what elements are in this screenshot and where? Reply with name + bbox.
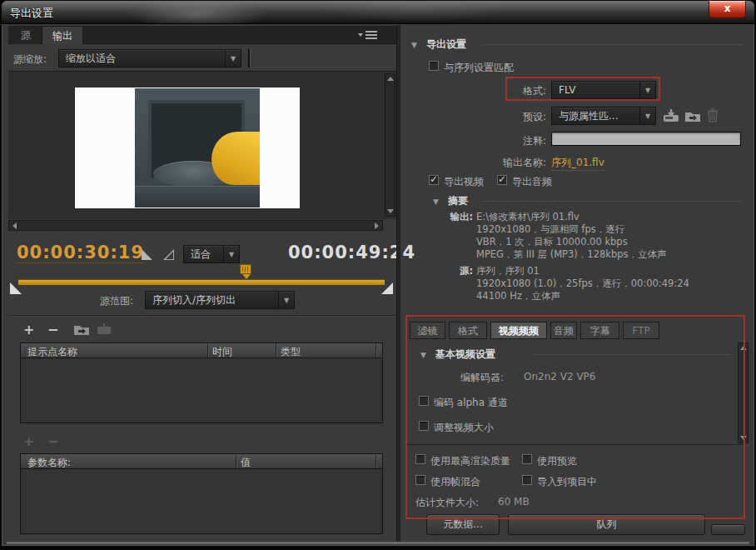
- export-video-checkbox[interactable]: ✓: [429, 175, 439, 185]
- scroll-up-icon[interactable]: [740, 346, 747, 350]
- subpanel-scrollbar[interactable]: [738, 342, 749, 443]
- summary-source-line: 序列，序列 01: [476, 265, 540, 278]
- tab-format[interactable]: 格式: [449, 322, 487, 339]
- video-frame: [75, 88, 300, 208]
- encode-alpha-checkbox[interactable]: [419, 396, 429, 406]
- summary-output-line: E:\修改素材\序列 01.flv: [476, 211, 579, 223]
- queue-button[interactable]: 队列: [508, 514, 705, 535]
- video-settings-subpanel: ▼ 基本视频设置 编解码器: On2n2 V2 VP6 编码 alpha 通道 …: [405, 341, 745, 445]
- zoom-level-dropdown[interactable]: 适合 ▼: [183, 245, 240, 263]
- close-button[interactable]: x: [709, 1, 746, 18]
- tab-audio[interactable]: 音频: [550, 322, 577, 339]
- scroll-down-icon[interactable]: [740, 436, 747, 440]
- chevron-down-icon[interactable]: ▼: [278, 292, 294, 308]
- export-settings-dialog: 导出设置 x 源 输出 源缩放: 缩放以适合 ▼: [1, 0, 755, 547]
- format-label: 格式:: [500, 84, 546, 98]
- export-video-label: 导出视频: [444, 175, 484, 189]
- frame-blend-label: 使用帧混合: [430, 475, 480, 489]
- comment-label: 注释:: [500, 134, 546, 148]
- tab-captions[interactable]: 字幕: [580, 322, 619, 339]
- left-tab-bar: 源 输出: [8, 26, 396, 44]
- delete-preset-icon[interactable]: [707, 108, 724, 123]
- divider: [481, 44, 743, 45]
- summary-source-label: 源:: [433, 265, 473, 278]
- import-preset-icon[interactable]: [684, 108, 701, 123]
- current-timecode[interactable]: 00:00:30:19: [17, 242, 144, 263]
- import-cue-points-icon[interactable]: [73, 322, 90, 338]
- scroll-down-icon[interactable]: [387, 209, 394, 213]
- panel-menu-icon[interactable]: [358, 28, 381, 42]
- save-preset-icon[interactable]: [663, 108, 679, 123]
- export-settings-header: 导出设置: [426, 38, 466, 52]
- file-size-label: 估计文件大小:: [415, 496, 479, 510]
- export-audio-label: 导出音频: [512, 175, 552, 189]
- timeline-out-handle[interactable]: [381, 282, 393, 294]
- tab-source[interactable]: 源: [12, 26, 40, 44]
- divider: [532, 354, 730, 355]
- screenshot-stage: 导出设置 x 源 输出 源缩放: 缩放以适合 ▼: [0, 0, 756, 550]
- export-audio-checkbox[interactable]: ✓: [497, 175, 507, 185]
- summary-output-line: MPEG，第 III 层 (MP3)，128kbps，立体声: [476, 248, 667, 261]
- add-cue-point-button[interactable]: +: [23, 322, 34, 338]
- title-bar[interactable]: 导出设置: [2, 1, 754, 24]
- frame-blend-checkbox[interactable]: [415, 475, 425, 485]
- yellow-bowl: [211, 132, 260, 185]
- chevron-down-icon[interactable]: ▼: [639, 82, 655, 98]
- source-range-dropdown[interactable]: 序列切入/序列切出 ▼: [145, 291, 295, 309]
- col-cue-name: 提示点名称: [27, 345, 77, 359]
- col-param-name: 参数名称:: [27, 456, 71, 470]
- metadata-button[interactable]: 元数据...: [426, 514, 500, 535]
- summary-output-line: VBR，1 次，目标 10000.00 kbps: [476, 236, 628, 248]
- max-render-quality-checkbox[interactable]: [415, 454, 425, 464]
- source-scaling-dropdown[interactable]: 缩放以适合 ▼: [58, 49, 241, 68]
- timeline-bar[interactable]: [18, 279, 385, 285]
- collapse-export-settings-icon[interactable]: ▼: [411, 41, 417, 49]
- collapse-basic-video-icon[interactable]: ▼: [420, 351, 426, 359]
- source-scaling-label: 源缩放:: [13, 52, 47, 67]
- tab-filters[interactable]: 滤镜: [410, 322, 445, 339]
- window-bottom-edge: [7, 542, 749, 544]
- remove-cue-point-button[interactable]: −: [47, 322, 58, 338]
- toolbar-separator: [248, 49, 250, 68]
- scroll-right-icon[interactable]: [375, 222, 379, 229]
- add-parameter-button[interactable]: +: [23, 433, 34, 449]
- preview-viewport: [8, 71, 396, 219]
- resize-video-checkbox[interactable]: [419, 421, 429, 431]
- save-cue-points-icon[interactable]: [97, 322, 113, 338]
- output-name-label: 输出名称:: [486, 156, 546, 170]
- scroll-left-icon[interactable]: [12, 222, 17, 229]
- chevron-down-icon[interactable]: ▼: [223, 246, 239, 262]
- collapse-summary-icon[interactable]: ▼: [433, 198, 439, 206]
- set-out-point-icon[interactable]: [163, 249, 174, 260]
- chevron-down-icon[interactable]: ▼: [639, 108, 655, 124]
- tab-video[interactable]: 视频频频: [490, 322, 547, 339]
- import-into-project-checkbox[interactable]: [522, 475, 532, 485]
- export-settings-panel: ▼ 导出设置 与序列设置匹配 格式: FLV ▼ 预设: 与源属性匹... ▼: [400, 24, 756, 542]
- scroll-up-icon[interactable]: [387, 77, 394, 81]
- summary-output-label: 输出:: [433, 211, 473, 223]
- tab-output[interactable]: 输出: [42, 26, 83, 44]
- output-name-link[interactable]: 序列_01.flv: [551, 156, 604, 171]
- cue-table-header: 提示点名称 时间 类型: [21, 343, 382, 358]
- preview-vscrollbar[interactable]: [385, 73, 395, 217]
- comment-input[interactable]: [551, 132, 741, 146]
- format-dropdown[interactable]: FLV ▼: [551, 81, 656, 99]
- panel-divider: [396, 25, 400, 542]
- tab-ftp[interactable]: FTP: [623, 322, 659, 339]
- match-sequence-checkbox[interactable]: [429, 61, 439, 71]
- set-in-point-icon[interactable]: [142, 249, 152, 260]
- playhead-marker[interactable]: [240, 264, 251, 274]
- timeline-in-handle[interactable]: [10, 282, 22, 294]
- preset-dropdown[interactable]: 与源属性匹... ▼: [551, 107, 656, 125]
- chevron-down-icon[interactable]: ▼: [225, 50, 241, 67]
- cutoff-button[interactable]: [711, 524, 745, 535]
- col-param-value: 值: [241, 456, 251, 470]
- microwave-base: [135, 186, 260, 208]
- preview-hscrollbar[interactable]: [8, 220, 383, 231]
- file-size-value: 60 MB: [498, 496, 530, 508]
- remove-parameter-button[interactable]: −: [47, 433, 58, 449]
- preset-label: 预设:: [500, 110, 546, 124]
- basic-video-header: 基本视频设置: [435, 348, 495, 362]
- source-output-panel: 源 输出 源缩放: 缩放以适合 ▼: [8, 26, 396, 541]
- use-preview-checkbox[interactable]: [522, 454, 532, 464]
